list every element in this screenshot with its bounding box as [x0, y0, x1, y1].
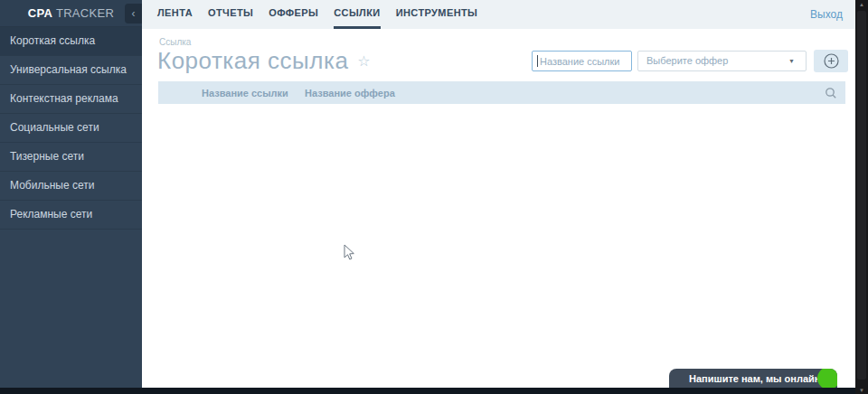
sidebar: CPA TRACKER ‹ Короткая ссылка Универсаль…: [0, 0, 142, 388]
app-window: CPA TRACKER ‹ Короткая ссылка Универсаль…: [0, 0, 868, 394]
tab-feed[interactable]: ЛЕНТА: [157, 0, 193, 29]
scroll-up-icon[interactable]: ▲: [855, 2, 868, 7]
offer-select[interactable]: Выберите оффер ▼: [637, 51, 807, 71]
column-header-link-name[interactable]: Название ссылки: [202, 88, 305, 98]
sidebar-nav: Короткая ссылка Универсальная ссылка Кон…: [0, 27, 142, 230]
sidebar-collapse-button[interactable]: ‹: [125, 4, 142, 23]
chat-message: Напишите нам, мы онлайн!: [689, 373, 824, 384]
favorite-star-icon[interactable]: ☆: [357, 54, 370, 69]
app-logo: CPA TRACKER: [0, 0, 142, 27]
link-name-input-wrap: [532, 51, 632, 71]
tab-offers[interactable]: ОФФЕРЫ: [269, 0, 318, 29]
logo-rest: TRACKER: [56, 6, 114, 20]
sidebar-item-context-ads[interactable]: Контекстная реклама: [0, 85, 142, 114]
search-icon[interactable]: [825, 87, 837, 99]
add-link-button[interactable]: [814, 50, 848, 72]
sidebar-item-short-link[interactable]: Короткая ссылка: [0, 27, 142, 56]
sidebar-header: CPA TRACKER ‹: [0, 0, 142, 27]
jivo-green-icon: [817, 369, 837, 388]
tab-links[interactable]: ССЫЛКИ: [334, 0, 380, 29]
sidebar-item-universal-link[interactable]: Универсальная ссылка: [0, 56, 142, 85]
window-bottom-edge: [0, 388, 855, 394]
breadcrumb: Ссылка: [159, 37, 191, 47]
chevron-down-icon: ▼: [788, 52, 795, 70]
tab-reports[interactable]: ОТЧЕТЫ: [208, 0, 253, 29]
logo-bold: CPA: [28, 6, 52, 20]
sidebar-item-teaser-networks[interactable]: Тизерные сети: [0, 143, 142, 172]
tab-tools[interactable]: ИНСТРУМЕНТЫ: [396, 0, 478, 29]
vertical-scrollbar[interactable]: ▲ ▼: [855, 0, 868, 394]
sidebar-item-mobile-networks[interactable]: Мобильные сети: [0, 172, 142, 201]
link-name-input[interactable]: [532, 51, 632, 71]
mouse-cursor: [344, 244, 355, 261]
chat-widget[interactable]: Напишите нам, мы онлайн! jivo: [669, 369, 837, 388]
chevron-left-icon: ‹: [132, 7, 136, 20]
page-title: Короткая ссылка: [157, 47, 348, 75]
sidebar-item-ad-networks[interactable]: Рекламные сети: [0, 201, 142, 230]
column-header-offer-name[interactable]: Название оффера: [305, 88, 825, 98]
table-header: Название ссылки Название оффера: [158, 81, 845, 104]
main-content: Ссылка Короткая ссылка ☆ Выберите оффер …: [142, 29, 855, 388]
scrollbar-thumb[interactable]: [857, 11, 866, 380]
plus-circle-icon: [824, 53, 839, 69]
scroll-down-icon[interactable]: ▼: [855, 388, 868, 393]
offer-select-value: Выберите оффер: [646, 55, 728, 66]
text-cursor: [537, 55, 538, 67]
sidebar-item-social-networks[interactable]: Социальные сети: [0, 114, 142, 143]
top-navbar: ЛЕНТА ОТЧЕТЫ ОФФЕРЫ ССЫЛКИ ИНСТРУМЕНТЫ В…: [142, 0, 855, 29]
logout-link[interactable]: Выход: [810, 0, 843, 29]
filter-bar: Выберите оффер ▼: [532, 50, 848, 72]
title-row: Короткая ссылка ☆: [157, 47, 371, 75]
